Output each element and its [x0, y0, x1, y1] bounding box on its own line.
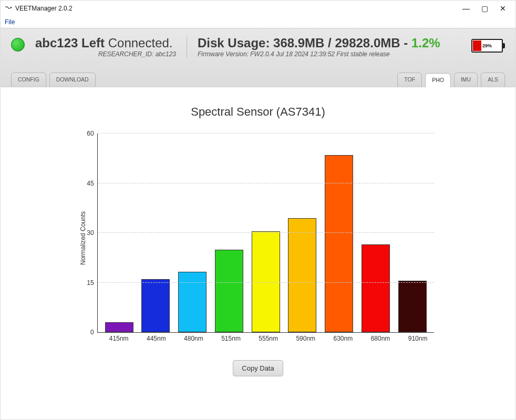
battery-indicator: 29% — [471, 39, 505, 53]
bar-630nm — [325, 155, 353, 332]
tabs-row: CONFIGDOWNLOAD TOFPHOIMUALS — [11, 73, 505, 87]
x-tick: 630nm — [329, 335, 357, 342]
x-tick: 910nm — [404, 335, 432, 342]
gridline — [98, 133, 434, 134]
titlebar: VEETManager 2.0.2 — ▢ ✕ — [1, 1, 515, 16]
gridline — [98, 282, 434, 283]
disk-block: Disk Usage: 368.9MB / 29828.0MB - 1.2% F… — [198, 36, 461, 58]
x-tick: 590nm — [292, 335, 320, 342]
y-tick: 45 — [87, 180, 94, 187]
gridline — [98, 183, 434, 183]
tab-als[interactable]: ALS — [481, 73, 505, 87]
close-button[interactable]: ✕ — [500, 5, 506, 12]
bar-415nm — [105, 322, 133, 332]
y-tick: 60 — [87, 130, 94, 137]
bar-480nm — [178, 272, 207, 332]
researcher-line: RESEARCHER_ID: abc123 — [35, 50, 176, 58]
menubar: File — [1, 16, 515, 28]
minimize-button[interactable]: — — [462, 5, 470, 12]
bar-680nm — [362, 244, 390, 332]
y-tick: 15 — [87, 279, 94, 286]
tab-pho[interactable]: PHO — [425, 73, 451, 87]
disk-dash: - — [400, 36, 411, 50]
content-area: Spectral Sensor (AS7341) Normalized Coun… — [1, 87, 515, 419]
app-icon — [5, 5, 12, 12]
battery-percent: 29% — [472, 40, 502, 52]
y-axis-ticks: 604530150 — [87, 134, 97, 332]
bar-910nm — [398, 281, 427, 332]
x-tick: 480nm — [179, 335, 208, 342]
menu-file[interactable]: File — [5, 18, 15, 26]
window-title: VEETManager 2.0.2 — [15, 5, 73, 12]
connection-status-dot — [11, 38, 25, 52]
plot-area — [97, 134, 434, 333]
disk-percent: 1.2% — [411, 36, 440, 50]
chart-title: Spectral Sensor (AS7341) — [191, 105, 325, 119]
bar-590nm — [288, 218, 316, 332]
gridline — [98, 232, 434, 233]
tab-tof[interactable]: TOF — [397, 73, 422, 87]
disk-total: 29828.0MB — [335, 36, 400, 50]
bar-445nm — [141, 279, 170, 332]
tab-download[interactable]: DOWNLOAD — [49, 73, 96, 87]
device-id: abc123 Left — [35, 36, 105, 50]
firmware-line: Firmware Version: FW2.0.4 Jul 18 2024 12… — [198, 50, 461, 58]
tab-imu[interactable]: IMU — [454, 73, 478, 87]
x-axis-ticks: 415nm445nm480nm515nm555nm590nm630nm680nm… — [97, 333, 440, 342]
x-tick: 680nm — [366, 335, 395, 342]
copy-data-button[interactable]: Copy Data — [233, 360, 283, 376]
y-tick: 30 — [87, 229, 94, 237]
y-tick: 0 — [90, 329, 94, 336]
disk-sep: / — [324, 36, 335, 50]
x-tick: 555nm — [254, 335, 283, 342]
tabs-left-group: CONFIGDOWNLOAD — [11, 73, 96, 87]
disk-label: Disk Usage: — [198, 36, 270, 50]
disk-used: 368.9MB — [273, 36, 324, 50]
x-tick: 445nm — [142, 335, 170, 342]
tabs-right-group: TOFPHOIMUALS — [397, 73, 505, 87]
connection-state: Connected. — [108, 36, 173, 50]
connection-block: abc123 Left Connected. RESEARCHER_ID: ab… — [35, 36, 187, 58]
maximize-button[interactable]: ▢ — [481, 5, 488, 12]
x-tick: 415nm — [105, 335, 133, 342]
chart: Normalized Counts 604530150 415nm445nm48… — [76, 134, 439, 342]
status-panel: abc123 Left Connected. RESEARCHER_ID: ab… — [1, 28, 515, 87]
tab-config[interactable]: CONFIG — [11, 73, 46, 87]
y-axis-label: Normalized Counts — [76, 134, 87, 342]
x-tick: 515nm — [217, 335, 245, 342]
bar-515nm — [215, 250, 243, 333]
bars-container — [98, 134, 434, 332]
